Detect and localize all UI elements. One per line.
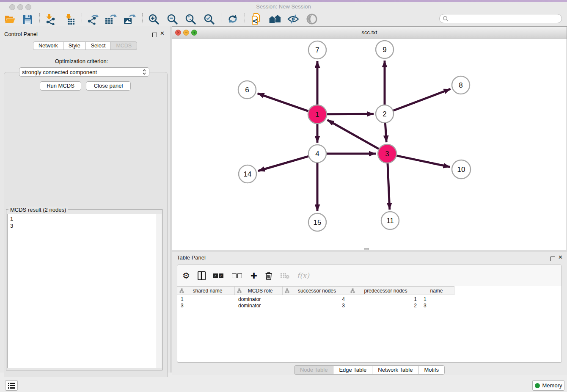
tab-network[interactable]: Network [33,41,63,50]
window-close-button[interactable] [9,4,15,12]
delete-row-icon[interactable] [265,270,272,281]
zoom-selected-icon[interactable] [203,13,215,25]
cell-mcds-role[interactable]: dominator [235,303,283,309]
cell-successor-nodes[interactable]: 3 [283,303,348,309]
add-row-icon[interactable]: ✚ [250,270,257,281]
memory-label: Memory [542,382,562,389]
window-zoom-button[interactable] [25,4,31,12]
function-builder-icon: f(x) [297,270,309,281]
column-header-mcds-role[interactable]: MCDS role [235,287,283,295]
graph-edge-3-11[interactable] [388,162,390,210]
toolbar-separator [82,13,83,24]
column-type-icon [350,288,355,293]
chevron-up-down-icon [142,69,146,75]
cell-name[interactable]: 3 [420,303,454,309]
graph-node-label-4: 4 [315,150,319,158]
select-all-icon[interactable]: ✓✓ [213,270,224,281]
toolbar-separator [39,13,40,24]
column-header-name[interactable]: name [420,287,454,295]
zoom-fit-icon[interactable] [184,13,197,25]
toolbar-separator [245,13,245,24]
tab-motifs[interactable]: Motifs [418,365,445,375]
result-scrollbar[interactable] [157,214,162,368]
table-panel-close-icon[interactable]: ✕ [558,254,563,260]
cell-shared-name[interactable]: 3 [177,303,235,309]
graph-edge-4-14[interactable] [258,156,310,171]
search-icon [443,16,449,22]
delete-table-icon [280,270,289,281]
graph-edge-2-8[interactable] [392,89,451,111]
cell-mcds-role[interactable]: dominator [235,296,283,303]
zoom-out-icon[interactable] [166,13,179,25]
column-header-successor-nodes[interactable]: successor nodes [283,287,348,295]
tab-node-table[interactable]: Node Table [294,365,334,375]
table-settings-icon[interactable]: ⚙ [182,270,190,281]
graph-edge-2-3[interactable] [385,122,386,142]
graph-node-label-9: 9 [383,46,386,54]
graph-node-label-2: 2 [383,110,386,118]
network-maximize-button[interactable]: + [191,30,197,36]
network-minimize-button[interactable]: − [183,30,189,36]
control-panel-close-icon[interactable]: ✕ [160,30,165,36]
import-table-icon[interactable] [63,13,76,25]
titlebar: Session: New Session [0,2,567,11]
deselect-all-icon[interactable] [232,270,243,281]
graph-edge-1-2[interactable] [326,114,374,114]
cell-predecessor-nodes[interactable]: 1 [348,296,420,303]
mcds-result-title: MCDS result (2 nodes) [8,207,68,213]
column-type-icon [285,288,289,293]
node-table-container: ⚙ ✓✓ ✚ f(x) shared name MCDS role [177,265,562,363]
cell-name[interactable]: 1 [420,296,454,303]
table-panel-float-icon[interactable] [550,255,555,263]
status-bar: Memory [0,377,567,392]
save-session-icon[interactable] [21,13,34,25]
column-type-icon [179,288,184,293]
table-row[interactable]: 3 dominator 3 2 3 [177,303,454,309]
tab-mcds[interactable]: MCDS [110,41,137,50]
open-file-icon[interactable] [3,13,16,25]
table-toolbar: ⚙ ✓✓ ✚ f(x) [177,265,561,286]
graph-edge-3-1[interactable] [328,120,380,149]
close-panel-button[interactable]: Close panel [86,81,131,91]
tab-edge-table[interactable]: Edge Table [333,365,372,375]
tab-select[interactable]: Select [85,41,111,50]
zoom-in-icon[interactable] [147,13,160,25]
export-table-icon[interactable] [104,13,117,25]
search-input[interactable] [449,15,556,22]
tab-style[interactable]: Style [63,41,86,50]
network-canvas[interactable]: 7968124314101511 [172,39,567,250]
graph-node-label-6: 6 [245,86,249,94]
export-network-icon[interactable] [86,13,99,25]
column-type-icon [237,288,242,293]
export-image-icon[interactable] [123,13,136,25]
column-header-predecessor-nodes[interactable]: predecessor nodes [348,287,420,295]
window-minimize-button[interactable] [17,4,23,12]
toggle-column-panel-icon[interactable] [198,270,206,281]
home-networks-icon[interactable] [268,13,282,25]
refresh-layout-icon[interactable] [226,13,239,25]
graph-node-label-10: 10 [457,166,465,174]
tab-network-table[interactable]: Network Table [372,365,418,375]
cell-predecessor-nodes[interactable]: 2 [348,303,420,309]
mcds-result-list[interactable]: 1 3 [7,214,160,368]
criterion-dropdown[interactable]: strongly connected component [19,67,149,77]
column-header-shared-name[interactable]: shared name [177,287,235,295]
memory-status-dot [535,383,540,388]
network-view-window: ✕ − + scc.txt 7968124314101511 [172,26,567,250]
birds-eye-icon[interactable] [306,13,318,25]
import-network-icon[interactable] [44,13,57,25]
graph-edge-3-10[interactable] [396,155,450,167]
network-close-button[interactable]: ✕ [175,30,181,36]
hide-eye-icon[interactable] [287,13,300,25]
search-field[interactable] [439,14,562,23]
run-mcds-button[interactable]: Run MCDS [40,81,81,91]
cell-successor-nodes[interactable]: 4 [283,296,348,303]
duplicate-network-icon[interactable] [250,13,262,25]
task-history-button[interactable] [5,380,18,391]
memory-button[interactable]: Memory [532,380,564,391]
table-row[interactable]: 1 dominator 4 1 1 [177,296,454,303]
network-window-titlebar[interactable]: ✕ − + scc.txt [172,27,567,39]
cell-shared-name[interactable]: 1 [177,296,235,303]
control-panel-float-icon[interactable] [152,31,157,39]
graph-edge-1-6[interactable] [258,94,310,112]
